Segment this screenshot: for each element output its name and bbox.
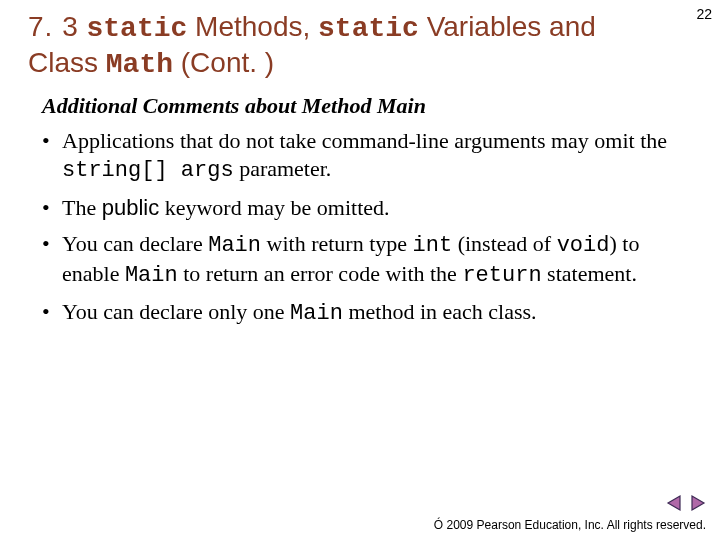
- b3-code1: Main: [208, 233, 261, 258]
- title-code-1: static: [86, 13, 187, 44]
- slide-title: 7. 3 static Methods, static Variables an…: [28, 10, 628, 81]
- title-code-3: Math: [106, 49, 173, 80]
- b1-p2: parameter.: [234, 156, 332, 181]
- copyright-text: 2009 Pearson Education, Inc. All rights …: [447, 518, 706, 532]
- svg-marker-0: [668, 496, 680, 510]
- title-cont: (Cont. ): [181, 47, 274, 78]
- b3-p1: You can declare: [62, 231, 208, 256]
- b1-p1: Applications that do not take command-li…: [62, 128, 667, 153]
- prev-slide-button[interactable]: [666, 494, 684, 512]
- b3-p3: (instead of: [452, 231, 556, 256]
- b3-code5: return: [462, 263, 541, 288]
- b3-p6: statement.: [542, 261, 637, 286]
- triangle-right-icon: [688, 494, 706, 512]
- b3-code4: Main: [125, 263, 178, 288]
- b2-p2: keyword may be omitted.: [159, 195, 389, 220]
- copyright-symbol: Ó: [434, 518, 443, 532]
- title-word-methods: Methods,: [195, 11, 310, 42]
- b3-p2: with return type: [261, 231, 413, 256]
- b3-p5: to return an error code with the: [178, 261, 463, 286]
- b2-p1: The: [62, 195, 102, 220]
- nav-arrows: [666, 494, 706, 512]
- bullet-list: Applications that do not take command-li…: [28, 127, 702, 328]
- bullet-item-2: The public keyword may be omitted.: [42, 194, 684, 222]
- next-slide-button[interactable]: [688, 494, 706, 512]
- section-number: 7. 3: [28, 11, 79, 42]
- title-code-2: static: [318, 13, 419, 44]
- b1-code: string[] args: [62, 158, 234, 183]
- subheading: Additional Comments about Method Main: [42, 93, 702, 119]
- b3-code3: void: [557, 233, 610, 258]
- b4-code: Main: [290, 301, 343, 326]
- bullet-item-3: You can declare Main with return type in…: [42, 230, 684, 290]
- b2-code: public: [102, 195, 159, 220]
- bullet-item-4: You can declare only one Main method in …: [42, 298, 684, 328]
- b3-code2: int: [413, 233, 453, 258]
- svg-marker-1: [692, 496, 704, 510]
- page-number: 22: [696, 6, 712, 22]
- title-word-variables: Variables: [427, 11, 542, 42]
- bullet-item-1: Applications that do not take command-li…: [42, 127, 684, 185]
- b4-p1: You can declare only one: [62, 299, 290, 324]
- b4-p2: method in each class.: [343, 299, 537, 324]
- copyright-footer: Ó 2009 Pearson Education, Inc. All right…: [434, 518, 706, 532]
- triangle-left-icon: [666, 494, 684, 512]
